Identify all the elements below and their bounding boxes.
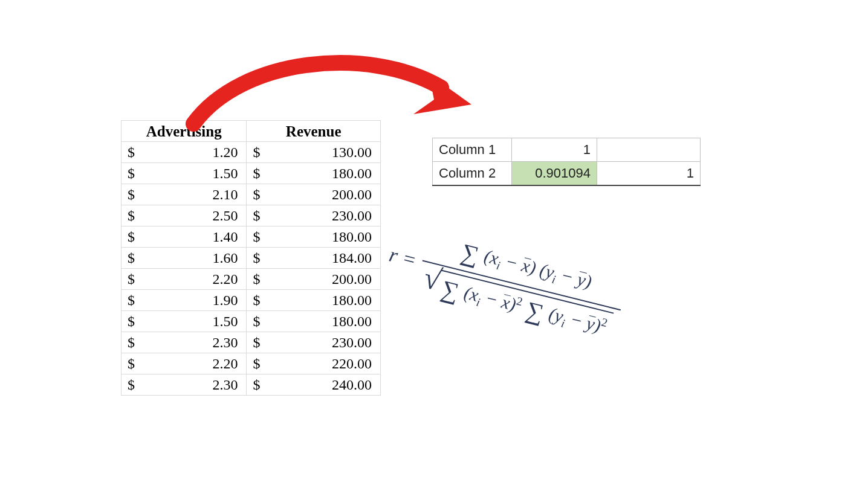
currency-symbol: $ xyxy=(121,311,147,332)
currency-symbol: $ xyxy=(121,332,147,353)
advertising-value: 2.20 xyxy=(146,269,247,290)
sigma-icon: ∑ xyxy=(438,274,462,306)
formula-lhs: r = xyxy=(387,243,419,272)
table-row: $2.20$220.00 xyxy=(121,353,381,374)
currency-symbol: $ xyxy=(121,226,147,248)
advertising-value: 2.20 xyxy=(146,353,247,374)
revenue-value: 180.00 xyxy=(271,163,380,184)
revenue-value: 184.00 xyxy=(271,248,380,269)
data-table: Advertising Revenue $1.20$130.00$1.50$18… xyxy=(121,120,381,396)
currency-symbol: $ xyxy=(247,353,271,374)
currency-symbol: $ xyxy=(121,163,147,184)
revenue-value: 180.00 xyxy=(271,226,380,248)
table-row: $2.50$230.00 xyxy=(121,205,381,226)
revenue-value: 230.00 xyxy=(271,332,380,353)
advertising-value: 1.50 xyxy=(146,311,247,332)
advertising-value: 2.50 xyxy=(146,205,247,226)
table-row: $2.30$240.00 xyxy=(121,374,381,396)
table-row: $1.50$180.00 xyxy=(121,311,381,332)
sigma-icon: ∑ xyxy=(523,295,547,327)
table-row: $1.90$180.00 xyxy=(121,290,381,311)
table-row: $1.40$180.00 xyxy=(121,226,381,248)
corr-row2-label: Column 2 xyxy=(433,162,512,186)
table-row: Column 1 1 xyxy=(433,138,701,162)
currency-symbol: $ xyxy=(121,184,147,205)
currency-symbol: $ xyxy=(121,290,147,311)
table-row: $2.30$230.00 xyxy=(121,332,381,353)
advertising-value: 2.30 xyxy=(146,332,247,353)
advertising-value: 1.40 xyxy=(146,226,247,248)
advertising-value: 2.10 xyxy=(146,184,247,205)
revenue-value: 230.00 xyxy=(271,205,380,226)
corr-row1-label: Column 1 xyxy=(433,138,512,162)
currency-symbol: $ xyxy=(247,248,271,269)
revenue-value: 200.00 xyxy=(271,184,380,205)
currency-symbol: $ xyxy=(121,353,147,374)
advertising-value: 2.30 xyxy=(146,374,247,396)
revenue-value: 220.00 xyxy=(271,353,380,374)
currency-symbol: $ xyxy=(247,290,271,311)
currency-symbol: $ xyxy=(247,311,271,332)
currency-symbol: $ xyxy=(247,205,271,226)
currency-symbol: $ xyxy=(247,163,271,184)
table-row: $2.10$200.00 xyxy=(121,184,381,205)
revenue-value: 200.00 xyxy=(271,269,380,290)
currency-symbol: $ xyxy=(247,332,271,353)
currency-symbol: $ xyxy=(121,374,147,396)
currency-symbol: $ xyxy=(247,374,271,396)
advertising-value: 1.90 xyxy=(146,290,247,311)
advertising-value: 1.60 xyxy=(146,248,247,269)
corr-row1-val1: 1 xyxy=(512,138,597,162)
sigma-icon: ∑ xyxy=(458,238,482,270)
table-row: $2.20$200.00 xyxy=(121,269,381,290)
currency-symbol: $ xyxy=(247,269,271,290)
currency-symbol: $ xyxy=(247,184,271,205)
corr-row1-val2 xyxy=(597,138,701,162)
correlation-formula: r = ∑ (xi − x) (yi − y) √ ∑ (xi − x)2 ∑ … xyxy=(381,217,739,376)
corr-row2-val1-highlighted: 0.901094 xyxy=(512,162,597,186)
currency-symbol: $ xyxy=(121,248,147,269)
formula-fraction: ∑ (xi − x) (yi − y) √ ∑ (xi − x)2 ∑ (yi … xyxy=(413,225,630,348)
revenue-value: 240.00 xyxy=(271,374,380,396)
table-row: $1.50$180.00 xyxy=(121,163,381,184)
table-row: Column 2 0.901094 1 xyxy=(433,162,701,186)
revenue-value: 180.00 xyxy=(271,290,380,311)
currency-symbol: $ xyxy=(247,226,271,248)
arrow-icon xyxy=(169,51,484,148)
corr-row2-val2: 1 xyxy=(597,162,701,186)
currency-symbol: $ xyxy=(121,142,147,163)
currency-symbol: $ xyxy=(121,205,147,226)
table-row: $1.60$184.00 xyxy=(121,248,381,269)
advertising-value: 1.50 xyxy=(146,163,247,184)
revenue-value: 180.00 xyxy=(271,311,380,332)
correlation-matrix: Column 1 1 Column 2 0.901094 1 xyxy=(432,138,701,186)
currency-symbol: $ xyxy=(121,269,147,290)
